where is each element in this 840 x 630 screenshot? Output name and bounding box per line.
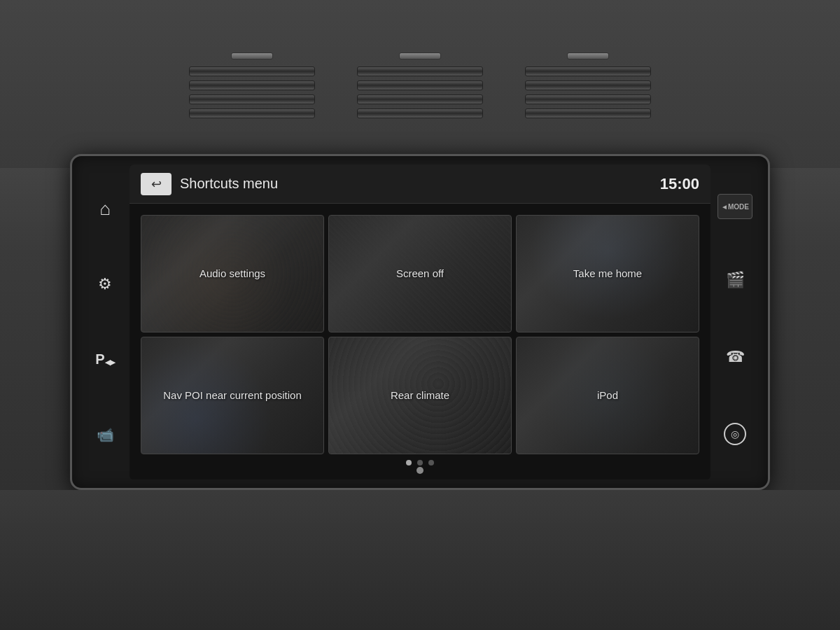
navigation-icon: ◎ bbox=[724, 423, 746, 445]
tile-label-rear-climate: Rear climate bbox=[385, 383, 455, 408]
vents-area bbox=[0, 0, 840, 168]
pagination-dot-2[interactable] bbox=[417, 460, 423, 465]
vent-slat bbox=[189, 94, 315, 104]
home-icon: ⌂ bbox=[99, 198, 111, 220]
vent-slat bbox=[357, 80, 483, 90]
screen: ↩ Shortcuts menu 15:00 Audio settings Sc… bbox=[130, 164, 710, 479]
vent-slat bbox=[189, 66, 315, 76]
vent-handle bbox=[567, 52, 609, 59]
tile-label-take-me-home: Take me home bbox=[568, 261, 648, 286]
media-icon: 🎬 bbox=[726, 271, 745, 289]
vent-handle bbox=[399, 52, 441, 59]
tile-label-nav-poi: Nav POI near current position bbox=[158, 383, 307, 408]
shortcut-tile-rear-climate[interactable]: Rear climate bbox=[328, 337, 512, 454]
mode-icon: ◄MODE bbox=[721, 203, 749, 211]
infotainment-unit: ⌂ ⚙ P ◀▶ 📹 ↩ Shortcuts bbox=[70, 154, 770, 490]
vent-center bbox=[357, 50, 483, 118]
vent-slat bbox=[357, 108, 483, 118]
screen-content: Audio settings Screen off Take me home N… bbox=[130, 204, 710, 479]
mode-button[interactable]: ◄MODE bbox=[718, 194, 752, 219]
back-icon: ↩ bbox=[151, 176, 162, 192]
shortcut-tile-screen-off[interactable]: Screen off bbox=[328, 215, 512, 332]
phone-button[interactable]: ☎ bbox=[719, 341, 751, 373]
vent-slat bbox=[357, 94, 483, 104]
pagination-dots bbox=[406, 454, 434, 468]
tile-label-audio-settings: Audio settings bbox=[194, 261, 271, 286]
left-sidebar: ⌂ ⚙ P ◀▶ 📹 bbox=[80, 164, 130, 479]
settings-button[interactable]: ⚙ bbox=[89, 268, 121, 300]
media-button[interactable]: 🎬 bbox=[719, 264, 751, 296]
back-button[interactable]: ↩ bbox=[141, 173, 172, 195]
navigation-button[interactable]: ◎ bbox=[719, 418, 751, 450]
dashboard: ⌂ ⚙ P ◀▶ 📹 ↩ Shortcuts bbox=[0, 0, 840, 630]
shortcut-tile-audio-settings[interactable]: Audio settings bbox=[141, 215, 324, 332]
vent-slat bbox=[357, 66, 483, 76]
camera-button[interactable]: 📹 bbox=[89, 419, 121, 451]
parking-icon: P ◀▶ bbox=[95, 351, 114, 368]
vent-slat bbox=[525, 108, 651, 118]
clock: 15:00 bbox=[660, 175, 699, 193]
shortcut-tile-ipod[interactable]: iPod bbox=[516, 337, 699, 454]
shortcut-grid: Audio settings Screen off Take me home N… bbox=[141, 215, 699, 454]
tile-label-screen-off: Screen off bbox=[391, 261, 449, 286]
vent-right bbox=[525, 50, 651, 118]
tile-label-ipod: iPod bbox=[592, 383, 624, 408]
vent-slat bbox=[525, 94, 651, 104]
vent-slat bbox=[189, 80, 315, 90]
shortcut-tile-nav-poi[interactable]: Nav POI near current position bbox=[141, 337, 324, 454]
screen-header: ↩ Shortcuts menu 15:00 bbox=[130, 164, 710, 204]
vent-slat bbox=[525, 66, 651, 76]
parking-button[interactable]: P ◀▶ bbox=[89, 344, 121, 376]
indicator-dot bbox=[416, 467, 424, 474]
home-button[interactable]: ⌂ bbox=[89, 193, 121, 225]
settings-icon: ⚙ bbox=[98, 275, 112, 293]
vent-left bbox=[189, 50, 315, 118]
dashboard-bottom bbox=[0, 490, 840, 630]
right-sidebar: ◄MODE 🎬 ☎ ◎ bbox=[710, 164, 760, 479]
pagination-dot-3[interactable] bbox=[428, 460, 434, 465]
pagination-dot-1[interactable] bbox=[406, 460, 412, 465]
shortcut-tile-take-me-home[interactable]: Take me home bbox=[516, 215, 699, 332]
screen-title: Shortcuts menu bbox=[180, 176, 652, 192]
phone-icon: ☎ bbox=[726, 348, 745, 366]
vent-slat bbox=[189, 108, 315, 118]
vent-handle bbox=[231, 52, 273, 59]
camera-icon: 📹 bbox=[97, 426, 114, 443]
vent-slat bbox=[525, 80, 651, 90]
